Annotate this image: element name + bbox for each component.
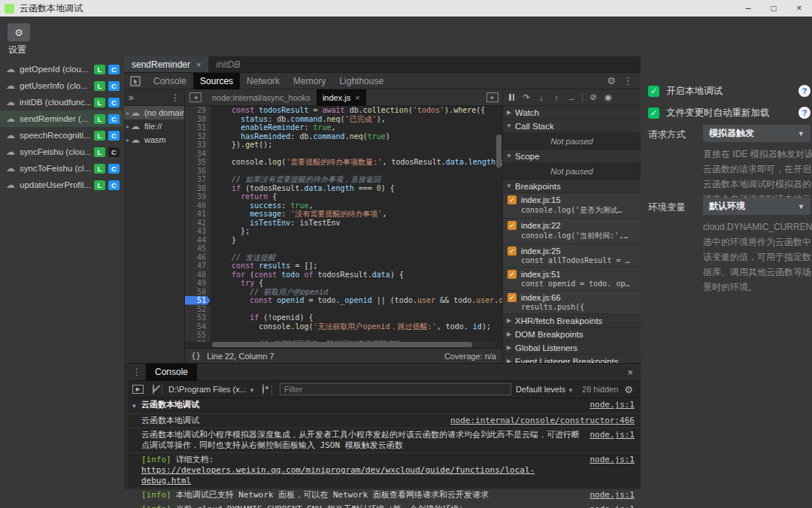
tree-item[interactable]: ▸☁wasm: [124, 133, 184, 147]
breakpoint-checkbox[interactable]: ✓: [508, 246, 517, 256]
breakpoint-entry[interactable]: ✓index.js:22console.log('当前时间:',…: [503, 219, 641, 244]
pretty-print-icon[interactable]: {}: [191, 351, 201, 361]
devtools-settings-icon[interactable]: ⚙: [607, 75, 616, 86]
step-button[interactable]: →: [564, 93, 579, 102]
minimize-button[interactable]: –: [735, 0, 761, 17]
section-scope[interactable]: ▼Scope: [503, 150, 641, 163]
line-number[interactable]: 45: [185, 244, 211, 253]
line-number[interactable]: 31: [185, 123, 211, 132]
breakpoint-entry[interactable]: ✓index.js:15console.log('是否为测试…: [503, 193, 641, 219]
line-number[interactable]: 34: [185, 150, 211, 159]
section-watch[interactable]: ▶Watch: [503, 106, 641, 119]
section-breakpoints[interactable]: ▼Breakpoints: [503, 180, 641, 193]
file-tab[interactable]: node:internal/async_hooks: [206, 89, 317, 106]
hide-navigator-icon[interactable]: ◂: [189, 92, 201, 102]
pause-on-exceptions-button[interactable]: ◉: [601, 92, 616, 102]
more-tabs-icon[interactable]: »: [129, 92, 134, 103]
sidebar-item-function[interactable]: ☁speechRecogniti...LC: [0, 127, 123, 144]
close-button[interactable]: ×: [786, 0, 812, 17]
drawer-menu-icon[interactable]: ⋮: [132, 367, 141, 377]
source-link[interactable]: node:internal/console/constructor:466: [450, 416, 635, 426]
breakpoint-entry[interactable]: ✓index.js:51const openid = todo._op…: [503, 268, 641, 291]
checkbox-checked-icon[interactable]: ✓: [648, 107, 659, 119]
section-call-stack[interactable]: ▼Call Stack: [503, 119, 641, 133]
vertical-scrollbar[interactable]: [496, 107, 501, 340]
line-number[interactable]: 43: [185, 227, 211, 236]
inspect-device-icon[interactable]: [130, 76, 141, 86]
pause-button[interactable]: [509, 94, 514, 101]
source-link[interactable]: node.js:1: [589, 490, 635, 500]
filter-input[interactable]: [280, 383, 511, 395]
line-number[interactable]: 33: [185, 141, 211, 150]
console-sidebar-icon[interactable]: ▶: [132, 385, 144, 394]
deactivate-breakpoints-button[interactable]: ⊘: [586, 92, 601, 102]
line-number[interactable]: 53: [185, 313, 211, 322]
tab-console[interactable]: Console: [147, 73, 193, 89]
sidebar-item-function[interactable]: ☁syncFeishu (clou...LC: [0, 144, 123, 160]
line-number[interactable]: 48: [185, 271, 211, 280]
sidebar-item-function[interactable]: ☁sendReminder (...LC: [0, 110, 123, 127]
step-over-button[interactable]: ↷: [519, 92, 534, 102]
code-area[interactable]: 29 const todosResult = await db.collecti…: [185, 106, 502, 342]
step-out-button[interactable]: ↑: [549, 93, 564, 102]
console-settings-icon[interactable]: ⚙: [624, 384, 633, 395]
tab-network[interactable]: Network: [240, 73, 286, 89]
help-icon[interactable]: ?: [798, 107, 810, 119]
tree-item[interactable]: ▸☁(no domain): [124, 106, 184, 119]
line-number[interactable]: 38: [185, 184, 211, 193]
sidebar-item-function[interactable]: ☁getUserInfo (clo...LC: [0, 77, 123, 94]
line-number[interactable]: 52: [185, 305, 211, 314]
console-tab[interactable]: Console: [146, 364, 197, 381]
section-global-listeners[interactable]: ▶Global Listeners: [503, 341, 641, 355]
sidebar-item-function[interactable]: ☁updateUserProfil...LC: [0, 177, 123, 193]
horizontal-scrollbar[interactable]: [212, 342, 495, 347]
line-number[interactable]: 41: [185, 210, 211, 219]
sidebar-item-function[interactable]: ☁getOpenId (clou...LC: [0, 61, 123, 77]
line-number[interactable]: 46: [185, 253, 211, 262]
line-number[interactable]: 49: [185, 279, 211, 288]
breakpoint-checkbox[interactable]: ✓: [508, 195, 517, 204]
function-tab[interactable]: initDB: [208, 56, 247, 72]
source-link[interactable]: node.js:1: [589, 455, 635, 465]
breakpoint-checkbox[interactable]: ✓: [508, 270, 517, 279]
section-event-listener-breakpoints[interactable]: ▶Event Listener Breakpoints: [503, 355, 641, 363]
message-link[interactable]: https://developers.weixin.qq.com/minipro…: [141, 465, 535, 485]
devtools-menu-icon[interactable]: ⋮: [623, 75, 633, 86]
breakpoint-entry[interactable]: ✓index.js:25const allTodosResult = …: [503, 244, 641, 268]
section-dom-breakpoints[interactable]: ▶DOM Breakpoints: [503, 328, 641, 341]
live-expression-icon[interactable]: [262, 384, 264, 395]
sidebar-item-function[interactable]: ☁initDB (cloudfunc...LC: [0, 94, 123, 110]
source-link[interactable]: node.js:1: [589, 400, 635, 410]
clear-console-icon[interactable]: [153, 384, 154, 395]
expander-icon[interactable]: ▼: [132, 400, 141, 412]
source-link[interactable]: node.js:1: [589, 430, 635, 440]
line-number[interactable]: 55: [185, 331, 211, 340]
line-number[interactable]: 44: [185, 236, 211, 245]
line-number[interactable]: 36: [185, 167, 211, 176]
line-number[interactable]: 47: [185, 262, 211, 271]
navigator-menu-icon[interactable]: ⋮: [171, 92, 180, 103]
context-selector[interactable]: D:\Program Files (x... ▼: [168, 385, 255, 394]
breakpoint-entry[interactable]: ✓index.js:66results.push({: [503, 291, 641, 314]
request-mode-dropdown[interactable]: 模拟器触发▼: [703, 125, 810, 142]
breakpoint-checkbox[interactable]: ✓: [508, 293, 517, 302]
tab-memory[interactable]: Memory: [286, 73, 332, 89]
checkbox-checked-icon[interactable]: ✓: [648, 86, 659, 97]
close-tab-icon[interactable]: ×: [196, 60, 201, 69]
show-debugger-icon[interactable]: ▸: [486, 92, 498, 102]
close-tab-icon[interactable]: ×: [355, 93, 359, 102]
line-number[interactable]: 42: [185, 219, 211, 228]
line-number[interactable]: 39: [185, 192, 211, 201]
line-number[interactable]: 54: [185, 322, 211, 331]
line-number[interactable]: 56: [185, 340, 211, 343]
line-number[interactable]: 40: [185, 201, 211, 210]
breakpoint-checkbox[interactable]: ✓: [508, 221, 517, 230]
section-xhr-fetch-breakpoints[interactable]: ▶XHR/fetch Breakpoints: [503, 314, 641, 328]
line-number[interactable]: 37: [185, 175, 211, 184]
tab-sources[interactable]: Sources: [193, 73, 240, 89]
line-number[interactable]: 50: [185, 288, 211, 297]
maximize-button[interactable]: □: [761, 0, 786, 17]
line-number[interactable]: 29: [185, 106, 211, 115]
log-levels-dropdown[interactable]: Default levels ▼: [516, 385, 574, 394]
line-number[interactable]: 30: [185, 115, 211, 124]
